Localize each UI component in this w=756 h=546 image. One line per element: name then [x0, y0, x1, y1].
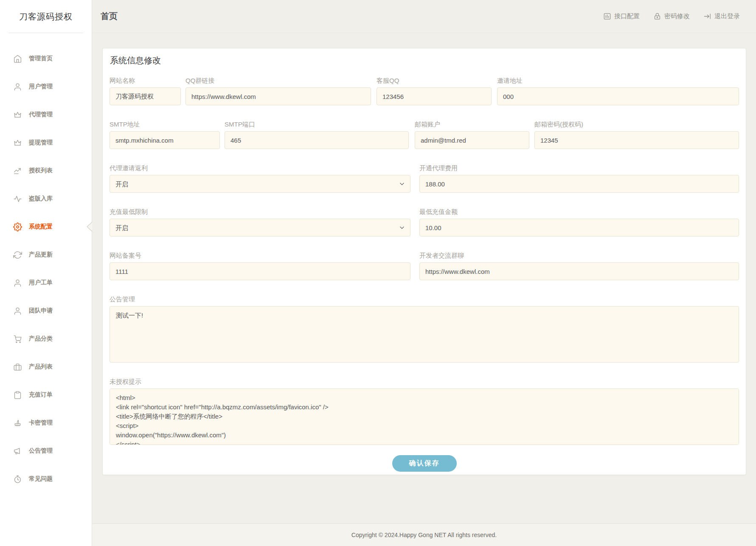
- form-row-unauthorized-tip: 未授权提示 <html> <link rel="shortcut icon" h…: [110, 378, 739, 445]
- min-recharge-input[interactable]: [419, 219, 739, 236]
- qq-group-link-label: QQ群链接: [185, 77, 371, 84]
- field-agent-rebate: 代理邀请返利 开启: [110, 164, 410, 193]
- logout-icon: [703, 12, 711, 20]
- agent-fee-label: 开通代理费用: [419, 164, 739, 172]
- dev-group-input[interactable]: [419, 262, 739, 280]
- sidebar-item-licenses[interactable]: 授权列表: [0, 157, 92, 185]
- sidebar-item-label: 团队申请: [29, 307, 53, 315]
- min-recharge-label: 最低充值金额: [419, 208, 739, 216]
- icp-number-input[interactable]: [110, 262, 410, 280]
- field-smtp-port: SMTP端口: [225, 121, 409, 149]
- api-config-icon: [603, 12, 611, 20]
- megaphone-icon: [13, 446, 22, 456]
- field-mail-account: 邮箱账户: [415, 121, 529, 149]
- app-logo: 刀客源码授权: [0, 0, 92, 23]
- sidebar-item-label: 充值订单: [29, 391, 53, 399]
- agent-rebate-label: 代理邀请返利: [110, 164, 410, 172]
- service-qq-label: 客服QQ: [377, 77, 492, 84]
- site-name-input[interactable]: [110, 87, 181, 105]
- lock-icon: [653, 12, 661, 20]
- change-password-button[interactable]: 密码修改: [653, 12, 690, 20]
- smtp-port-input[interactable]: [225, 131, 409, 149]
- activity-icon: [13, 194, 22, 203]
- mail-account-label: 邮箱账户: [415, 121, 529, 128]
- sidebar-item-product-categories[interactable]: 产品分类: [0, 325, 92, 353]
- sidebar-item-product-list[interactable]: 产品列表: [0, 353, 92, 381]
- sidebar-item-label: 提现管理: [29, 139, 53, 146]
- sidebar-item-label: 用户管理: [29, 83, 53, 90]
- field-announcement: 公告管理 测试一下!: [110, 296, 739, 363]
- recharge-limit-select[interactable]: 开启: [110, 219, 410, 236]
- sidebar-item-label: 常见问题: [29, 475, 53, 483]
- icp-number-label: 网站备案号: [110, 252, 410, 259]
- sidebar-item-label: 盗版入库: [29, 195, 53, 203]
- sidebar-item-label: 管理首页: [29, 55, 53, 62]
- sidebar-item-label: 产品列表: [29, 363, 53, 371]
- sidebar: 刀客源码授权 管理首页 用户管理 代理管理 提现管理: [0, 0, 92, 546]
- dev-group-label: 开发者交流群聊: [419, 252, 739, 259]
- form-row-announcement: 公告管理 测试一下!: [110, 296, 739, 363]
- form-row-3: 代理邀请返利 开启 开通代理费用: [110, 164, 739, 193]
- form-row-2: SMTP地址 SMTP端口 邮箱账户 邮箱密码(授权码): [110, 121, 739, 149]
- user-icon: [13, 306, 22, 315]
- mail-password-input[interactable]: [534, 131, 739, 149]
- field-unauthorized-tip: 未授权提示 <html> <link rel="shortcut icon" h…: [110, 378, 739, 445]
- field-invite-url: 邀请地址: [497, 77, 739, 105]
- qq-group-link-input[interactable]: [185, 87, 371, 105]
- page-title: 首页: [101, 11, 118, 22]
- copyright-text: Copyright © 2024.Happy Gong NET All righ…: [351, 532, 497, 538]
- unauthorized-tip-label: 未授权提示: [110, 378, 739, 386]
- sidebar-item-label: 授权列表: [29, 167, 53, 174]
- footer: Copyright © 2024.Happy Gong NET All righ…: [92, 523, 756, 546]
- sidebar-item-label: 卡密管理: [29, 419, 53, 427]
- sidebar-item-users[interactable]: 用户管理: [0, 73, 92, 101]
- sidebar-item-faq[interactable]: 常见问题: [0, 465, 92, 493]
- api-config-button[interactable]: 接口配置: [603, 12, 640, 20]
- trending-up-icon: [13, 166, 22, 175]
- agent-rebate-select[interactable]: 开启: [110, 175, 410, 193]
- sidebar-item-label: 产品分类: [29, 335, 53, 343]
- form-row-4: 充值最低限制 开启 最低充值金额: [110, 208, 739, 236]
- header-actions: 接口配置 密码修改 退出登录: [603, 12, 740, 20]
- field-agent-fee: 开通代理费用: [419, 164, 739, 193]
- save-button[interactable]: 确认保存: [392, 455, 457, 472]
- sidebar-item-product-updates[interactable]: 产品更新: [0, 241, 92, 269]
- mail-password-label: 邮箱密码(授权码): [534, 121, 739, 128]
- clipboard-icon: [13, 390, 22, 400]
- service-qq-input[interactable]: [377, 87, 492, 105]
- site-name-label: 网站名称: [110, 77, 181, 84]
- field-min-recharge: 最低充值金额: [419, 208, 739, 236]
- sidebar-item-user-tickets[interactable]: 用户工单: [0, 269, 92, 297]
- sidebar-item-dashboard[interactable]: 管理首页: [0, 45, 92, 73]
- agent-fee-input[interactable]: [419, 175, 739, 193]
- logout-button[interactable]: 退出登录: [703, 12, 740, 20]
- smtp-host-input[interactable]: [110, 131, 220, 149]
- form-row-1: 网站名称 QQ群链接 客服QQ 邀请地址: [110, 77, 739, 105]
- sidebar-item-label: 代理管理: [29, 111, 53, 118]
- sidebar-item-team-applications[interactable]: 团队申请: [0, 297, 92, 325]
- sidebar-item-card-keys[interactable]: 卡密管理: [0, 409, 92, 437]
- announcement-textarea[interactable]: 测试一下!: [110, 306, 739, 363]
- sidebar-item-system-config[interactable]: 系统配置: [0, 213, 92, 241]
- invite-url-label: 邀请地址: [497, 77, 739, 84]
- sidebar-item-agents[interactable]: 代理管理: [0, 101, 92, 129]
- field-dev-group: 开发者交流群聊: [419, 252, 739, 280]
- announcement-label: 公告管理: [110, 296, 739, 303]
- main-content: 系统信息修改 网站名称 QQ群链接 客服QQ 邀请地址 SMTP地址: [92, 33, 756, 546]
- field-recharge-limit: 充值最低限制 开启: [110, 208, 410, 236]
- sidebar-item-announcements[interactable]: 公告管理: [0, 437, 92, 465]
- refresh-icon: [13, 250, 22, 259]
- sidebar-item-piracy[interactable]: 盗版入库: [0, 185, 92, 213]
- invite-url-input[interactable]: [497, 87, 739, 105]
- header: 首页 接口配置 密码修改 退出登录: [92, 0, 756, 33]
- field-site-name: 网站名称: [110, 77, 181, 105]
- sidebar-item-recharge-orders[interactable]: 充值订单: [0, 381, 92, 409]
- mail-account-input[interactable]: [415, 131, 529, 149]
- smtp-host-label: SMTP地址: [110, 121, 220, 128]
- sidebar-item-withdrawals[interactable]: 提现管理: [0, 129, 92, 157]
- field-service-qq: 客服QQ: [377, 77, 492, 105]
- sidebar-menu: 管理首页 用户管理 代理管理 提现管理 授权列表: [0, 33, 92, 493]
- unauthorized-tip-textarea[interactable]: <html> <link rel="shortcut icon" href="h…: [110, 388, 739, 445]
- brush-icon: [13, 418, 22, 428]
- recharge-limit-label: 充值最低限制: [110, 208, 410, 216]
